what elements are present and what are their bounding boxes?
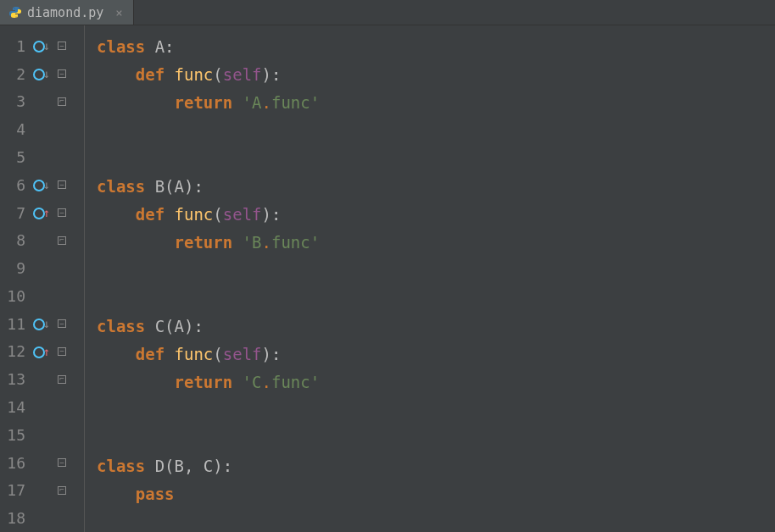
code-line[interactable]: return 'B.func' <box>97 228 775 256</box>
override-down-icon[interactable] <box>33 177 48 192</box>
fold-collapse-icon[interactable]: − <box>58 347 66 356</box>
code-line[interactable]: pass <box>97 479 775 507</box>
override-down-icon[interactable] <box>33 316 48 331</box>
token-dot: . <box>261 373 270 391</box>
line-number: 5 <box>3 148 29 166</box>
gutter-row: 3⌐ <box>0 88 84 116</box>
token-kw: def <box>136 205 175 224</box>
gutter-row: 14 <box>0 393 84 421</box>
token-fn: func <box>175 345 214 363</box>
line-number: 2 <box>3 65 29 83</box>
gutter-marker[interactable] <box>29 177 53 192</box>
token-punct: , <box>184 457 204 475</box>
code-line[interactable]: def func(self): <box>97 200 775 228</box>
gutter-row: 8⌐ <box>0 226 84 254</box>
gutter-row: 11− <box>0 310 84 338</box>
code-line[interactable]: class D(B, C): <box>97 452 775 479</box>
fold-collapse-icon[interactable]: − <box>58 458 66 467</box>
token-fn: func <box>175 65 214 84</box>
fold-column[interactable]: − <box>53 347 71 356</box>
token-cls: D(B <box>155 457 184 475</box>
code-line[interactable] <box>97 507 775 532</box>
code-line[interactable]: return 'C.func' <box>97 368 775 396</box>
gutter: 1−2−3⌐456−7−8⌐91011−12−13⌐141516−17⌐18 <box>0 25 85 532</box>
token-punct: ): <box>262 205 282 224</box>
line-number: 6 <box>3 176 29 194</box>
line-number: 10 <box>3 287 29 305</box>
gutter-marker[interactable] <box>29 316 53 331</box>
token-self: self <box>223 345 262 363</box>
gutter-row: 6− <box>0 171 84 199</box>
fold-column[interactable]: − <box>53 319 71 328</box>
tab-close-button[interactable]: × <box>114 6 124 19</box>
gutter-marker[interactable] <box>29 38 53 53</box>
code-line[interactable]: return 'A.func' <box>97 88 775 116</box>
fold-end-icon[interactable]: ⌐ <box>58 97 66 106</box>
override-up-icon[interactable] <box>33 205 48 220</box>
gutter-marker[interactable] <box>29 66 53 81</box>
token-punct: : <box>193 177 203 196</box>
token-punct: ): <box>262 345 282 363</box>
token-punct: ( <box>213 345 222 363</box>
fold-column[interactable]: ⌐ <box>53 375 71 384</box>
line-number: 17 <box>3 481 29 499</box>
code-line[interactable]: class A: <box>97 32 775 60</box>
code-line[interactable] <box>97 284 775 312</box>
code-line[interactable]: class C(A): <box>97 312 775 340</box>
fold-end-icon[interactable]: ⌐ <box>58 236 66 245</box>
code-line[interactable]: def func(self): <box>97 340 775 368</box>
token-dot: . <box>261 93 270 112</box>
fold-column[interactable]: − <box>53 69 71 78</box>
gutter-row: 5 <box>0 143 84 171</box>
token-punct: : <box>164 37 174 56</box>
fold-collapse-icon[interactable]: − <box>58 69 66 78</box>
fold-column[interactable]: − <box>53 208 71 217</box>
fold-end-icon[interactable]: ⌐ <box>58 486 66 495</box>
token-self: self <box>223 205 262 224</box>
fold-collapse-icon[interactable]: − <box>58 180 66 189</box>
override-down-icon[interactable] <box>33 66 48 81</box>
code-area[interactable]: class A: def func(self): return 'A.func'… <box>85 25 775 532</box>
gutter-marker[interactable] <box>29 205 53 220</box>
code-line[interactable] <box>97 256 775 284</box>
fold-collapse-icon[interactable]: − <box>58 42 66 50</box>
token-kw: class <box>97 37 155 56</box>
fold-column[interactable]: ⌐ <box>53 236 71 245</box>
code-line[interactable]: class B(A): <box>97 172 775 200</box>
fold-column[interactable]: − <box>53 180 71 189</box>
token-cls: B(A) <box>155 177 194 196</box>
token-kw: return <box>175 373 243 391</box>
line-number: 3 <box>3 92 29 110</box>
token-kw: class <box>97 457 155 475</box>
python-icon <box>8 6 22 19</box>
token-self: self <box>223 65 262 84</box>
token-punct: : <box>193 317 203 335</box>
fold-collapse-icon[interactable]: − <box>58 319 66 328</box>
gutter-row: 16− <box>0 449 84 477</box>
override-down-icon[interactable] <box>33 38 48 53</box>
code-line[interactable] <box>97 424 775 452</box>
fold-collapse-icon[interactable]: − <box>58 208 66 217</box>
override-up-icon[interactable] <box>33 344 48 359</box>
token-punct: ( <box>213 65 222 84</box>
fold-column[interactable]: − <box>53 458 71 467</box>
file-tab[interactable]: diamond.py × <box>0 0 134 25</box>
token-punct: ( <box>213 205 222 224</box>
code-line[interactable] <box>97 396 775 424</box>
fold-column[interactable]: ⌐ <box>53 97 71 106</box>
gutter-row: 9 <box>0 254 84 282</box>
gutter-row: 2− <box>0 60 84 88</box>
gutter-row: 10 <box>0 282 84 310</box>
line-number: 18 <box>3 509 29 527</box>
editor: 1−2−3⌐456−7−8⌐91011−12−13⌐141516−17⌐18 c… <box>0 25 775 532</box>
fold-column[interactable]: − <box>53 42 71 50</box>
line-number: 16 <box>3 454 29 472</box>
code-line[interactable] <box>97 144 775 172</box>
code-line[interactable]: def func(self): <box>97 60 775 88</box>
gutter-marker[interactable] <box>29 344 53 359</box>
code-line[interactable] <box>97 116 775 144</box>
token-punct: : <box>223 457 232 475</box>
fold-column[interactable]: ⌐ <box>53 486 71 495</box>
line-number: 12 <box>3 342 29 360</box>
fold-end-icon[interactable]: ⌐ <box>58 375 66 384</box>
